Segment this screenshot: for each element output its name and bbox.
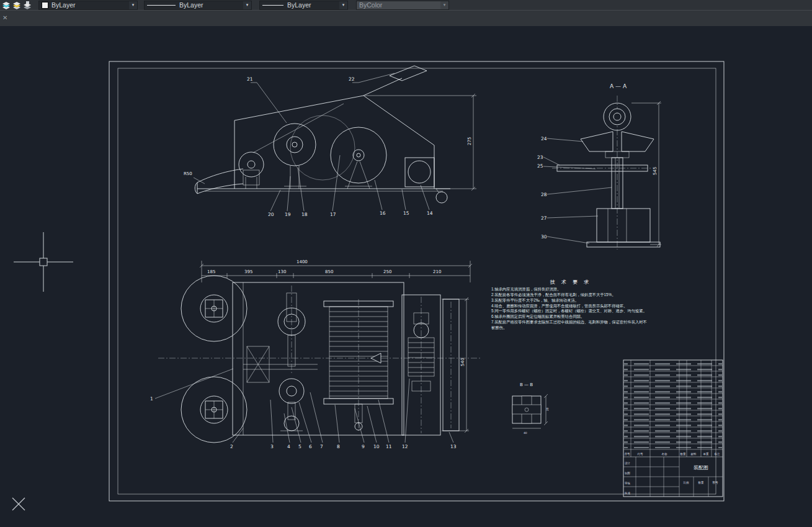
note-line: 5.同一零件用多件螺钉（螺栓）固定时，各螺钉（螺栓）需交叉、对称、逐步、均匀旋紧… <box>491 309 650 314</box>
note-line: 1.轴承内应充填润滑脂，保持良好润滑。 <box>491 287 650 292</box>
color-swatch <box>42 2 48 9</box>
field-label: 数量 <box>698 481 705 484</box>
section-label: B — B <box>520 382 533 387</box>
balloon: 30 <box>541 234 547 240</box>
dim-label: 1400 <box>297 259 308 264</box>
balloon: 25 <box>537 163 543 169</box>
linetype-value: ByLayer <box>179 1 241 9</box>
layer-previous-icon[interactable] <box>22 1 32 9</box>
color-control[interactable]: ByLayer ▾ <box>38 1 138 10</box>
balloon: 3 <box>270 444 274 449</box>
dim-label: R50 <box>184 171 192 176</box>
dim-label: 210 <box>433 269 441 274</box>
note-line: 4.啮合、磨擦和传动应圆滑，严禁使用不合规锤敲打，管面所示头部不得碰坏。 <box>491 304 650 309</box>
close-icon[interactable]: ✕ <box>2 14 7 22</box>
color-value: ByLayer <box>51 1 127 9</box>
dim-label: 545 <box>653 167 658 175</box>
balloon: 27 <box>541 215 547 221</box>
dim-label: 540 <box>460 358 465 366</box>
plan-view: 1400 185 395 130 850 250 210 <box>150 259 481 449</box>
chevron-down-icon[interactable]: ▾ <box>129 1 137 9</box>
balloon: 6 <box>309 444 312 449</box>
note-line: 3.装配零件平行度不大于2‰，轴、轴承转动灵活。 <box>491 298 650 304</box>
parts-table: 序号 代号 名称 数量 材料 单重 备注 设计 制图 审核 <box>623 360 723 497</box>
balloon: 14 <box>427 210 433 216</box>
signature-label: 设计 <box>625 461 631 465</box>
balloon: 10 <box>373 444 380 449</box>
balloon: 11 <box>386 444 392 449</box>
balloon: 20 <box>268 212 274 217</box>
section-bb-view: B — B 20 40 <box>512 382 549 435</box>
technical-notes: 技 术 要 求 1.轴承内应充填润滑脂，保持良好润滑。 2.装配前各零件必须清洗… <box>491 279 650 331</box>
signature-label: 制图 <box>625 472 630 475</box>
drawing-svg: 275 R50 21 22 20 19 18 17 16 15 <box>0 26 812 527</box>
section-label: A — A <box>610 83 627 89</box>
dim-label: 185 <box>207 269 215 274</box>
plotstyle-value: ByColor <box>359 1 439 9</box>
crosshair-cursor <box>14 232 73 292</box>
layer-states-icon[interactable] <box>12 1 21 9</box>
table-header: 单重 <box>703 452 710 456</box>
dim-label: 130 <box>278 269 286 274</box>
note-line: 7.装配前严格按零件图要求去除加工过程中残留的锐边、毛刺和异物，保证密封件装入时… <box>491 320 650 331</box>
balloon: 13 <box>450 444 457 449</box>
drawing-canvas[interactable]: 275 R50 21 22 20 19 18 17 16 15 <box>0 26 812 527</box>
balloon: 22 <box>349 76 355 82</box>
table-header: 数量 <box>680 453 687 456</box>
table-header: 备注 <box>715 453 721 456</box>
dim-label: 275 <box>467 137 472 145</box>
lineweight-value: ByLayer <box>287 1 337 9</box>
signature-label: 批准 <box>624 492 631 495</box>
docked-palette-bar: ✕ <box>0 10 812 27</box>
table-header: 代号 <box>637 453 644 456</box>
dim-label: 395 <box>244 269 252 274</box>
balloon: 23 <box>537 155 543 160</box>
balloon: 1 <box>150 396 153 402</box>
linetype-control[interactable]: ByLayer ▾ <box>144 1 252 10</box>
technical-notes-title: 技 术 要 求 <box>491 279 650 286</box>
balloon: 24 <box>541 136 547 142</box>
balloon: 19 <box>285 212 291 217</box>
note-line: 6.轴承外圈固定后应与定位端面贴紧并检查结合间隙。 <box>491 314 650 320</box>
table-header: 材料 <box>690 453 697 456</box>
layers-icon[interactable] <box>1 1 11 9</box>
drawing-title: 装配图 <box>694 465 708 471</box>
balloon: 7 <box>320 444 323 449</box>
bottom-left-cross-icon <box>12 498 25 510</box>
lineweight-sample <box>262 5 283 6</box>
balloon: 12 <box>402 444 408 449</box>
balloon: 16 <box>380 210 386 216</box>
dim-label: 250 <box>383 269 391 274</box>
linetype-sample <box>147 5 176 6</box>
balloon: 2 <box>230 444 233 449</box>
chevron-down-icon[interactable]: ▾ <box>243 1 251 9</box>
dim-label: 850 <box>325 269 333 274</box>
field-label: 图号 <box>713 481 719 484</box>
balloon: 17 <box>330 212 336 217</box>
elevation-view: 275 R50 21 22 20 19 18 17 16 15 <box>184 66 476 217</box>
chevron-down-icon[interactable]: ▾ <box>339 1 347 9</box>
section-aa-view: A — A <box>537 83 661 250</box>
table-header: 名称 <box>662 453 668 456</box>
layer-toolbar-icons <box>0 0 36 10</box>
balloon: 9 <box>362 444 365 449</box>
note-line: 2.装配前各零件必须清洗干净，配合面不得有毛刺，倾斜度不大于15%。 <box>491 292 650 298</box>
balloon: 8 <box>337 444 340 449</box>
lineweight-control[interactable]: ByLayer ▾ <box>259 1 348 10</box>
field-label: 比例 <box>684 481 690 485</box>
table-header: 序号 <box>625 453 631 456</box>
dim-label: 20 <box>546 407 549 411</box>
balloon: 5 <box>298 444 301 449</box>
balloon: 18 <box>301 212 308 217</box>
balloon: 28 <box>541 192 547 197</box>
object-properties-toolbar: ByLayer ▾ ByLayer ▾ ByLayer ▾ ByColor ▾ <box>0 0 812 11</box>
balloon: 21 <box>247 76 253 82</box>
chevron-down-icon: ▾ <box>440 1 448 9</box>
balloon: 4 <box>287 444 290 449</box>
plotstyle-control: ByColor ▾ <box>356 1 449 10</box>
dim-label: 40 <box>524 431 527 435</box>
autocad-window: ByLayer ▾ ByLayer ▾ ByLayer ▾ ByColor ▾ … <box>0 0 812 527</box>
balloon: 15 <box>403 210 409 216</box>
signature-label: 审核 <box>625 482 631 485</box>
